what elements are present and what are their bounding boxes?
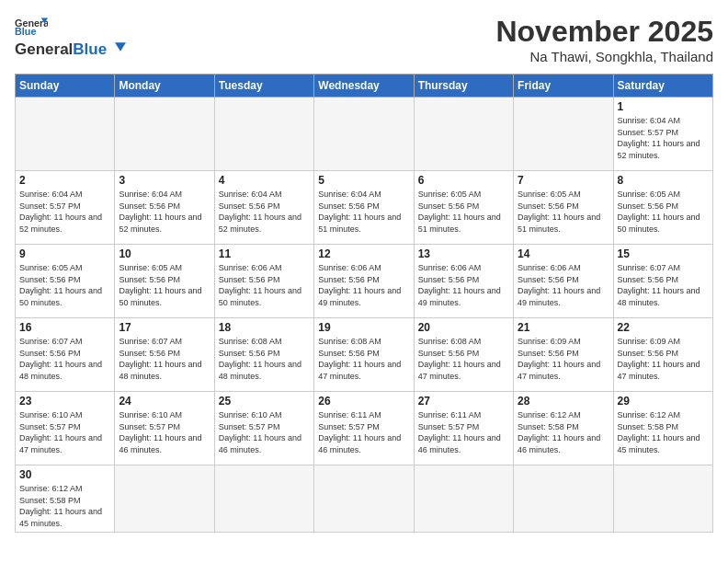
day-8: 8 Sunrise: 6:05 AMSunset: 5:56 PMDayligh… [613,171,712,245]
week-row-5: 23 Sunrise: 6:10 AMSunset: 5:57 PMDaylig… [16,392,713,465]
empty-cell [214,98,313,171]
day-27: 27 Sunrise: 6:11 AMSunset: 5:57 PMDaylig… [414,392,513,465]
header-saturday: Saturday [613,75,712,98]
day-1: 1 Sunrise: 6:04 AMSunset: 5:57 PMDayligh… [613,98,712,171]
empty-cell [514,465,613,533]
empty-cell [314,98,414,171]
day-5: 5 Sunrise: 6:04 AMSunset: 5:56 PMDayligh… [314,171,414,245]
empty-cell [414,98,513,171]
empty-cell [314,465,414,533]
day-4: 4 Sunrise: 6:04 AMSunset: 5:56 PMDayligh… [214,171,313,245]
header-thursday: Thursday [414,75,513,98]
day-16: 16 Sunrise: 6:07 AMSunset: 5:56 PMDaylig… [16,318,115,392]
empty-cell [613,465,712,533]
empty-cell [414,465,513,533]
title-block: November 2025 Na Thawi, Songkhla, Thaila… [495,15,713,64]
header-wednesday: Wednesday [314,75,414,98]
header-tuesday: Tuesday [214,75,313,98]
day-25: 25 Sunrise: 6:10 AMSunset: 5:57 PMDaylig… [214,392,313,465]
day-3: 3 Sunrise: 6:04 AMSunset: 5:56 PMDayligh… [115,171,214,245]
day-15: 15 Sunrise: 6:07 AMSunset: 5:56 PMDaylig… [613,245,712,318]
day-18: 18 Sunrise: 6:08 AMSunset: 5:56 PMDaylig… [214,318,313,392]
day-13: 13 Sunrise: 6:06 AMSunset: 5:56 PMDaylig… [414,245,513,318]
week-row-2: 2 Sunrise: 6:04 AMSunset: 5:57 PMDayligh… [16,171,713,245]
empty-cell [16,98,115,171]
week-row-1: 1 Sunrise: 6:04 AMSunset: 5:57 PMDayligh… [16,98,713,171]
day-7: 7 Sunrise: 6:05 AMSunset: 5:56 PMDayligh… [514,171,613,245]
month-year: November 2025 [495,15,713,49]
day-30: 30 Sunrise: 6:12 AMSunset: 5:58 PMDaylig… [16,465,115,533]
day-28: 28 Sunrise: 6:12 AMSunset: 5:58 PMDaylig… [514,392,613,465]
day-11: 11 Sunrise: 6:06 AMSunset: 5:56 PMDaylig… [214,245,313,318]
day-26: 26 Sunrise: 6:11 AMSunset: 5:57 PMDaylig… [314,392,414,465]
day-10: 10 Sunrise: 6:05 AMSunset: 5:56 PMDaylig… [115,245,214,318]
header-monday: Monday [115,75,214,98]
day-29: 29 Sunrise: 6:12 AMSunset: 5:58 PMDaylig… [613,392,712,465]
svg-marker-3 [115,42,126,52]
empty-cell [115,98,214,171]
day-23: 23 Sunrise: 6:10 AMSunset: 5:57 PMDaylig… [16,392,115,465]
page-header: General Blue General Blue November 2025 … [15,15,713,64]
svg-text:Blue: Blue [15,26,36,37]
week-row-4: 16 Sunrise: 6:07 AMSunset: 5:56 PMDaylig… [16,318,713,392]
header-friday: Friday [514,75,613,98]
day-14: 14 Sunrise: 6:06 AMSunset: 5:56 PMDaylig… [514,245,613,318]
day-20: 20 Sunrise: 6:08 AMSunset: 5:56 PMDaylig… [414,318,513,392]
day-17: 17 Sunrise: 6:07 AMSunset: 5:56 PMDaylig… [115,318,214,392]
day-9: 9 Sunrise: 6:05 AMSunset: 5:56 PMDayligh… [16,245,115,318]
day-2: 2 Sunrise: 6:04 AMSunset: 5:57 PMDayligh… [16,171,115,245]
empty-cell [514,98,613,171]
day-6: 6 Sunrise: 6:05 AMSunset: 5:56 PMDayligh… [414,171,513,245]
day-19: 19 Sunrise: 6:08 AMSunset: 5:56 PMDaylig… [314,318,414,392]
week-row-6: 30 Sunrise: 6:12 AMSunset: 5:58 PMDaylig… [16,465,713,533]
empty-cell [115,465,214,533]
day-24: 24 Sunrise: 6:10 AMSunset: 5:57 PMDaylig… [115,392,214,465]
weekday-header-row: Sunday Monday Tuesday Wednesday Thursday… [16,75,713,98]
day-12: 12 Sunrise: 6:06 AMSunset: 5:56 PMDaylig… [314,245,414,318]
empty-cell [214,465,313,533]
day-21: 21 Sunrise: 6:09 AMSunset: 5:56 PMDaylig… [514,318,613,392]
header-sunday: Sunday [16,75,115,98]
logo: General Blue General Blue [15,15,126,59]
logo-general: General [15,40,73,59]
location: Na Thawi, Songkhla, Thailand [495,49,713,64]
logo-blue: Blue [73,40,107,59]
day-22: 22 Sunrise: 6:09 AMSunset: 5:56 PMDaylig… [613,318,712,392]
week-row-3: 9 Sunrise: 6:05 AMSunset: 5:56 PMDayligh… [16,245,713,318]
calendar-table: Sunday Monday Tuesday Wednesday Thursday… [15,74,713,533]
